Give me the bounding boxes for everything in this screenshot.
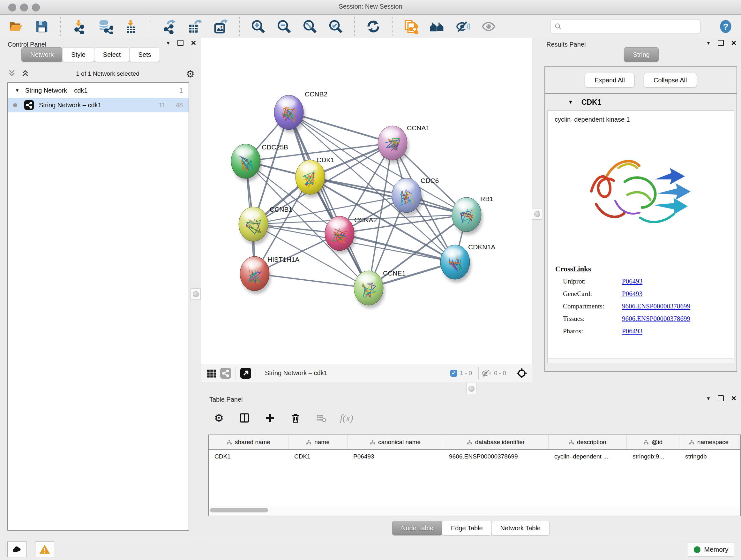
network-edge[interactable] [289, 112, 368, 288]
crosslink-value-link[interactable]: P06493 [622, 327, 643, 335]
export-table-button[interactable] [187, 19, 202, 34]
network-node-CCNA1[interactable] [378, 126, 409, 164]
save-session-button[interactable] [34, 19, 50, 34]
search-input[interactable] [564, 23, 696, 30]
export-network-button[interactable] [161, 19, 177, 34]
network-collection-row[interactable]: ▼ String Network – cdk1 1 [8, 83, 189, 98]
zoom-out-button[interactable] [276, 19, 292, 34]
zoom-fit-button[interactable] [302, 19, 318, 34]
tab-sets[interactable]: Sets [129, 47, 160, 62]
column-header-name[interactable]: name [288, 435, 347, 449]
tab-style[interactable]: Style [62, 47, 94, 62]
delete-column-trash-icon[interactable] [289, 412, 302, 424]
birdseye-view-grid-icon[interactable] [206, 368, 217, 379]
network-edge[interactable] [255, 273, 368, 288]
horizontal-splitter-grip[interactable] [466, 383, 476, 394]
help-button[interactable]: ? [719, 19, 733, 34]
right-splitter-grip[interactable] [532, 208, 542, 220]
network-canvas[interactable]: CCNB2CCNA1CDC25BCDK1CDC6RB1CCNB1CCNA2CDK… [201, 38, 532, 364]
crosslink-value-link[interactable]: 9606.ENSP00000378699 [622, 302, 690, 310]
tab-network[interactable]: Network [21, 47, 63, 62]
zoom-in-button[interactable] [251, 19, 266, 34]
network-options-gear-icon[interactable]: ⚙ [186, 68, 195, 79]
column-header-namespace[interactable]: namespace [679, 435, 738, 449]
right-splitter[interactable] [532, 38, 542, 386]
collection-expand-caret-icon[interactable]: ▼ [15, 88, 19, 93]
table-scrollbar-thumb[interactable] [210, 508, 268, 512]
cloud-status-button[interactable] [7, 542, 26, 557]
gene-collapse-caret-icon[interactable]: ▼ [568, 99, 573, 105]
crosslink-label: GeneCard: [563, 290, 622, 298]
network-node-CDC25B[interactable] [231, 144, 262, 182]
clone-network-icon [404, 19, 418, 34]
collapse-all-button[interactable]: Collapse All [644, 73, 697, 87]
apply-layout-button[interactable] [366, 19, 381, 34]
network-node-HIST1H1A[interactable] [240, 256, 271, 294]
create-column-plus-icon[interactable] [264, 412, 276, 424]
control-panel-close-icon[interactable]: ✕ [191, 40, 196, 46]
crosslink-label: Compartments: [563, 302, 622, 310]
left-splitter-grip[interactable] [191, 288, 201, 300]
network-node-CDK1[interactable] [295, 160, 327, 198]
network-node-CCNE1[interactable] [354, 271, 385, 308]
control-panel-menu-caret-icon[interactable]: ▼ [166, 40, 171, 46]
network-node-CCNB2[interactable] [274, 95, 305, 133]
column-header-description[interactable]: description [549, 435, 627, 449]
zoom-selected-button[interactable] [328, 19, 343, 34]
table-options-gear-icon[interactable]: ⚙ [212, 412, 225, 424]
column-type-icon [370, 440, 375, 445]
selected-nodes-checkbox[interactable]: ✓ [450, 370, 457, 377]
search-box[interactable] [550, 19, 700, 34]
open-in-new-window-icon[interactable] [240, 368, 251, 379]
import-network-file-button[interactable] [72, 19, 87, 34]
table-panel-close-icon[interactable]: ✕ [731, 395, 737, 401]
crosslink-value-link[interactable]: 9606.ENSP00000378699 [622, 315, 690, 323]
network-overview-share-icon[interactable] [220, 368, 231, 379]
table-horizontal-scrollbar[interactable] [209, 506, 739, 514]
table-panel-float-icon[interactable] [718, 395, 724, 401]
center-view-crosshair-icon[interactable] [516, 368, 527, 379]
network-node-CDKN1A[interactable] [441, 245, 471, 283]
table-panel-menu-caret-icon[interactable]: ▼ [706, 395, 711, 401]
network-node-CDC6[interactable] [392, 178, 423, 216]
open-session-button[interactable] [8, 19, 23, 34]
expand-all-networks-icon[interactable] [21, 69, 29, 78]
tab-edge-table[interactable]: Edge Table [442, 521, 492, 536]
hide-selected-button[interactable] [455, 19, 470, 34]
table-row[interactable]: CDK1CDK1P064939606.ENSP00000378699cyclin… [209, 450, 740, 463]
tab-node-table[interactable]: Node Table [392, 521, 442, 536]
column-header-database-identifier[interactable]: database identifier [443, 435, 549, 449]
import-table-button[interactable] [124, 19, 139, 34]
column-header-id[interactable]: @id [627, 435, 679, 449]
memory-button[interactable]: Memory [688, 542, 734, 557]
column-header-shared-name[interactable]: shared name [209, 435, 288, 449]
crosslink-value-link[interactable]: P06493 [622, 277, 643, 286]
results-panel-menu-caret-icon[interactable]: ▼ [706, 40, 711, 46]
control-panel-float-icon[interactable] [178, 40, 184, 46]
network-node-CCNB1[interactable] [239, 207, 270, 245]
collapse-all-networks-icon[interactable] [8, 69, 16, 78]
results-scrollbar[interactable] [548, 358, 734, 363]
show-columns-icon[interactable] [238, 412, 251, 424]
crosslink-value-link[interactable]: P06493 [622, 290, 643, 298]
import-network-database-button[interactable] [98, 19, 113, 34]
network-row[interactable]: String Network – cdk1 11 48 [8, 98, 189, 112]
tab-network-table[interactable]: Network Table [491, 521, 549, 536]
export-image-button[interactable] [213, 19, 228, 34]
tab-string[interactable]: String [624, 47, 658, 62]
first-neighbors-button[interactable] [429, 19, 445, 34]
delete-table-icon [315, 412, 327, 424]
gene-section-header[interactable]: ▼ CDK1 [545, 94, 737, 111]
clone-network-button[interactable] [403, 19, 419, 34]
results-panel-close-icon[interactable]: ✕ [731, 40, 737, 46]
expand-all-button[interactable]: Expand All [585, 73, 635, 87]
gene-symbol: CDK1 [582, 98, 602, 107]
results-panel-tabs: String [542, 47, 741, 62]
results-panel-float-icon[interactable] [718, 40, 724, 46]
network-node-RB1[interactable] [452, 197, 483, 235]
toolbar-separator [392, 17, 393, 36]
warnings-button[interactable] [35, 542, 54, 557]
zoom-selected-icon [328, 19, 343, 34]
column-header-canonical-name[interactable]: canonical name [347, 435, 443, 449]
tab-select[interactable]: Select [94, 47, 130, 62]
